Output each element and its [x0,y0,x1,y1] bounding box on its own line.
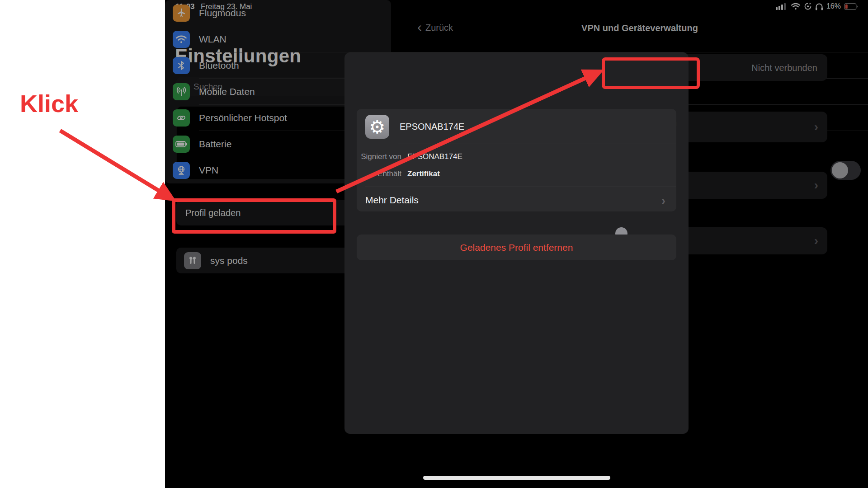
profile-card: ⚙ EPSONAB174E Signiert von EPSONAB174E E… [357,109,676,211]
chevron-right-icon: › [661,194,665,208]
more-details-row[interactable]: Mehr Details [365,195,419,206]
profile-gear-icon: ⚙ [365,115,389,139]
arrow-to-profil-geladen [60,131,160,191]
annotation-box-profil-geladen [172,198,336,234]
home-indicator[interactable] [423,476,610,480]
ipad-screen: 11:03 Freitag 23. Mai [165,0,868,488]
contains-value: Zertifikat [407,169,440,178]
contains-label: Enthält [357,169,401,178]
profile-name: EPSONAB174E [400,122,464,132]
klick-annotation-label: Klick [20,89,78,117]
signed-by-label: Signiert von [357,152,401,161]
annotation-box-installieren [602,57,700,89]
divider [398,144,676,144]
profile-install-sheet: Abbrechen Profil Installieren ⚙ EPSONAB1… [344,52,689,434]
divider [365,187,676,187]
remove-profile-button[interactable]: Geladenes Profil entfernen [357,235,676,260]
signed-by-value: EPSONAB174E [407,152,462,161]
